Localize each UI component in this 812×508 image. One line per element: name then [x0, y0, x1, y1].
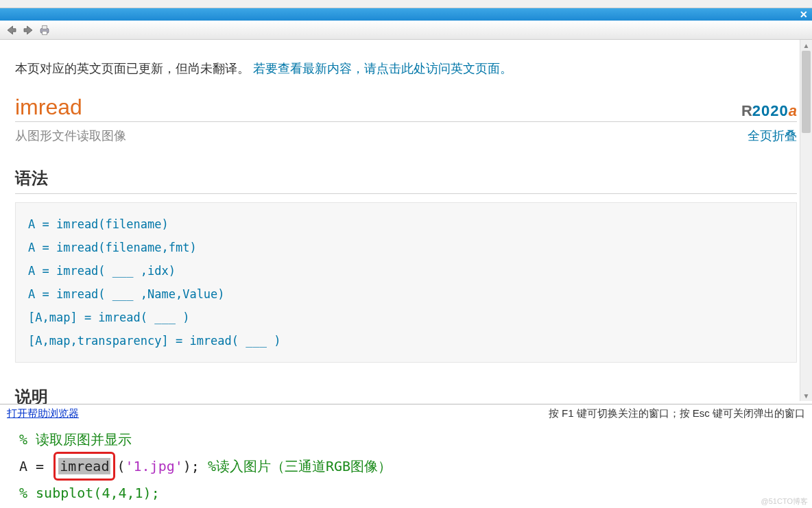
- help-footer-bar: 打开帮助浏览器 按 F1 键可切换关注的窗口；按 Esc 键可关闭弹出的窗口: [0, 404, 812, 423]
- close-icon[interactable]: ✕: [800, 9, 808, 20]
- editor-line-2: A = imread('1.jpg'); %读入图片（三通道RGB图像）: [19, 452, 805, 481]
- scroll-up-icon[interactable]: ▲: [800, 40, 812, 51]
- forward-button[interactable]: [21, 23, 36, 38]
- editor-pane[interactable]: % 读取原图并显示 A = imread('1.jpg'); %读入图片（三通道…: [0, 423, 812, 508]
- syntax-code-block: A = imread(filename) A = imread(filename…: [15, 202, 797, 363]
- syntax-heading: 语法: [15, 167, 797, 194]
- keyboard-hint: 按 F1 键可切换关注的窗口；按 Esc 键可关闭弹出的窗口: [549, 407, 805, 420]
- highlighted-function-box: imread: [53, 452, 115, 481]
- title-row: imread R2020a: [15, 95, 797, 122]
- scroll-down-icon[interactable]: ▼: [800, 390, 812, 401]
- collapse-all-link[interactable]: 全页折叠: [748, 128, 797, 144]
- open-help-browser-link[interactable]: 打开帮助浏览器: [7, 407, 79, 420]
- notice-text: 本页对应的英文页面已更新，但尚未翻译。: [15, 62, 253, 75]
- translation-notice: 本页对应的英文页面已更新，但尚未翻译。 若要查看最新内容，请点击此处访问英文页面…: [15, 60, 797, 77]
- editor-line-3: % subplot(4,4,1);: [19, 481, 805, 505]
- svg-rect-2: [43, 31, 47, 34]
- arrow-left-icon: [5, 24, 18, 36]
- release-label: R2020a: [741, 102, 797, 120]
- titlebar: ✕: [0, 8, 812, 21]
- help-content: 本页对应的英文页面已更新，但尚未翻译。 若要查看最新内容，请点击此处访问英文页面…: [0, 40, 812, 419]
- toolbar: [0, 21, 812, 40]
- printer-icon: [38, 23, 51, 37]
- print-button[interactable]: [37, 23, 52, 38]
- arrow-right-icon: [22, 24, 34, 36]
- notice-link[interactable]: 若要查看最新内容，请点击此处访问英文页面。: [253, 62, 512, 75]
- function-subtitle: 从图形文件读取图像: [15, 128, 126, 144]
- subtitle-row: 从图形文件读取图像 全页折叠: [15, 128, 797, 144]
- back-button[interactable]: [4, 23, 19, 38]
- syntax-section: 语法 A = imread(filename) A = imread(filen…: [15, 167, 797, 363]
- help-popup-window: ✕ 本页对应的英文页面已更新，但尚未翻译。 若要查看最新内容，请点击此处访问英文…: [0, 0, 812, 508]
- vertical-scrollbar[interactable]: ▲ ▼: [800, 40, 812, 401]
- highlighted-function: imread: [58, 458, 110, 474]
- background-strip: [0, 0, 812, 8]
- editor-line-1: % 读取原图并显示: [19, 427, 805, 452]
- function-name: imread: [15, 95, 82, 120]
- svg-rect-1: [43, 25, 47, 29]
- watermark: @51CTO博客: [761, 496, 808, 507]
- scroll-thumb[interactable]: [802, 51, 811, 133]
